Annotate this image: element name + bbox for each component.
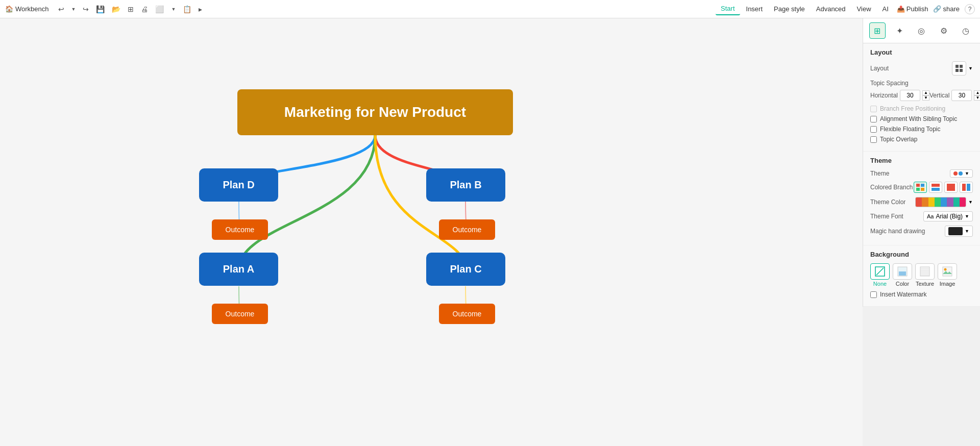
layout-icon[interactable]: [952, 61, 966, 76]
watermark-label: Insert Watermark: [880, 291, 927, 298]
share-label: share: [943, 5, 960, 13]
outcome-b-node[interactable]: Outcome: [439, 219, 495, 240]
horizontal-input[interactable]: [900, 90, 920, 101]
topic-overlap-label: Topic Overlap: [880, 136, 917, 143]
topic-overlap-row: Topic Overlap: [870, 136, 973, 143]
export-button[interactable]: ⬜: [153, 4, 166, 14]
grid-button[interactable]: ⊞: [126, 4, 136, 14]
colored-branch-single-icon: [947, 184, 955, 191]
flexible-floating-label: Flexible Floating Topic: [880, 126, 941, 133]
vertical-down-button[interactable]: ▼: [974, 95, 980, 101]
bg-texture-icon: [915, 263, 935, 280]
svg-rect-16: [899, 271, 906, 276]
brand: 🏠 Workbench: [5, 5, 49, 13]
help-button[interactable]: ?: [965, 4, 975, 14]
colored-branch-btn-2[interactable]: [929, 182, 942, 193]
vertical-spacing: Vertical ▲ ▼: [929, 90, 980, 101]
more-button[interactable]: ▸: [197, 4, 204, 14]
background-options: None Color: [870, 263, 973, 287]
svg-rect-4: [916, 184, 920, 187]
theme-color-chevron-icon: ▼: [968, 200, 973, 205]
magic-hand-color-dropdown[interactable]: ▼: [945, 226, 973, 237]
export-dropdown-button[interactable]: ▼: [169, 6, 178, 13]
magic-hand-label: Magic hand drawing: [870, 228, 925, 235]
theme-color-swatch[interactable]: [915, 197, 966, 207]
print-button[interactable]: 🖨: [139, 4, 150, 14]
colored-branch-btn-3[interactable]: [944, 182, 958, 193]
theme-font-row: Theme Font Aa Arial (Big) ▼: [870, 211, 973, 221]
plan-c-node[interactable]: Plan C: [426, 253, 505, 286]
theme-color-label: Theme Color: [870, 199, 905, 206]
colored-branch-label: Colored Branch: [870, 184, 913, 191]
svg-rect-7: [921, 188, 924, 191]
menu-view[interactable]: View: [852, 3, 876, 15]
font-chevron-icon: ▼: [965, 214, 969, 219]
branch-free-positioning-checkbox[interactable]: [870, 106, 877, 112]
horizontal-label: Horizontal: [870, 92, 898, 99]
theme-dropdown[interactable]: ▼: [950, 169, 973, 178]
bg-none-button[interactable]: None: [870, 263, 890, 287]
alignment-sibling-label: Alignment With Sibling Topic: [880, 115, 957, 122]
flexible-floating-checkbox[interactable]: [870, 126, 877, 133]
clip-button[interactable]: 📋: [181, 4, 193, 14]
watermark-row: Insert Watermark: [870, 291, 973, 298]
panel-collapse-button[interactable]: ►: [863, 48, 863, 64]
magic-hand-chevron-icon: ▼: [965, 229, 969, 234]
brand-label: Workbench: [15, 5, 49, 13]
watermark-checkbox[interactable]: [870, 291, 877, 298]
background-section: Background None: [863, 245, 980, 307]
bg-none-label: None: [873, 281, 887, 287]
horizontal-up-button[interactable]: ▲: [922, 90, 929, 95]
menu-pagestyle[interactable]: Page style: [769, 3, 810, 15]
alignment-sibling-checkbox[interactable]: [870, 116, 877, 122]
menu-ai[interactable]: AI: [877, 3, 894, 15]
plan-d-node[interactable]: Plan D: [199, 168, 278, 202]
colored-branch-btn-1[interactable]: [914, 182, 927, 193]
share-button[interactable]: 🔗 share: [933, 5, 960, 13]
menu-advanced[interactable]: Advanced: [811, 3, 851, 15]
bg-color-label: Color: [896, 281, 909, 287]
tab-layout[interactable]: ⊞: [869, 22, 886, 39]
bg-color-icon: [893, 263, 912, 280]
layout-section-title: Layout: [870, 48, 973, 56]
tab-gear[interactable]: ⚙: [936, 22, 952, 39]
branch-free-positioning-label: Branch Free Positioning: [880, 105, 945, 112]
vertical-input[interactable]: [951, 90, 972, 101]
bg-texture-button[interactable]: Texture: [915, 263, 935, 287]
theme-section-title: Theme: [870, 157, 973, 164]
layout-dropdown[interactable]: ▼: [952, 61, 973, 76]
theme-section: Theme Theme ▼ Colored Branch: [863, 152, 980, 245]
save-button[interactable]: 💾: [94, 4, 107, 14]
horizontal-down-button[interactable]: ▼: [922, 95, 929, 101]
plan-a-node[interactable]: Plan A: [199, 253, 278, 286]
tab-clock[interactable]: ◷: [958, 22, 974, 39]
redo-button[interactable]: ↪: [81, 4, 91, 14]
bg-none-icon: [870, 263, 890, 280]
outcome-c-node[interactable]: Outcome: [439, 304, 495, 324]
plan-b-node[interactable]: Plan B: [426, 168, 505, 202]
spacing-row: Horizontal ▲ ▼ Vertical ▲ ▼: [870, 90, 973, 101]
menu-start[interactable]: Start: [716, 3, 740, 15]
vertical-up-button[interactable]: ▲: [974, 90, 980, 95]
undo-button[interactable]: ↩: [56, 4, 66, 14]
undo-dropdown-button[interactable]: ▼: [69, 6, 78, 13]
publish-button[interactable]: 📤 Publish: [897, 5, 928, 13]
theme-font-dropdown[interactable]: Aa Arial (Big) ▼: [923, 211, 973, 221]
title-node[interactable]: Marketing for New Product: [237, 89, 513, 135]
horizontal-spacing: Horizontal ▲ ▼: [870, 90, 929, 101]
bg-image-button[interactable]: Image: [938, 263, 957, 287]
open-button[interactable]: 📂: [110, 4, 122, 14]
colored-branch-btn-4[interactable]: [960, 182, 973, 193]
bg-color-button[interactable]: Color: [893, 263, 912, 287]
magic-hand-row: Magic hand drawing ▼: [870, 226, 973, 237]
bg-none-svg: [875, 266, 885, 277]
right-panel: ⊞ ✦ ◎ ⚙ ◷ ► Layout Layout: [863, 18, 980, 307]
tab-magic[interactable]: ✦: [891, 22, 908, 39]
menu-insert[interactable]: Insert: [741, 3, 768, 15]
tab-target[interactable]: ◎: [913, 22, 929, 39]
theme-color-dots: [953, 171, 963, 176]
outcome-d-node[interactable]: Outcome: [212, 219, 268, 240]
topic-overlap-checkbox[interactable]: [870, 136, 877, 143]
canvas[interactable]: Marketing for New Product Plan D Outcome…: [0, 18, 863, 446]
outcome-a-node[interactable]: Outcome: [212, 304, 268, 324]
